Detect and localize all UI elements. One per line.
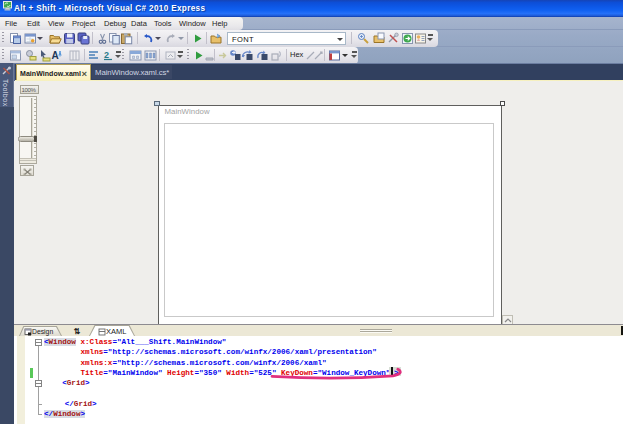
svg-text:A: A	[52, 50, 59, 61]
svg-text:2: 2	[104, 50, 109, 60]
